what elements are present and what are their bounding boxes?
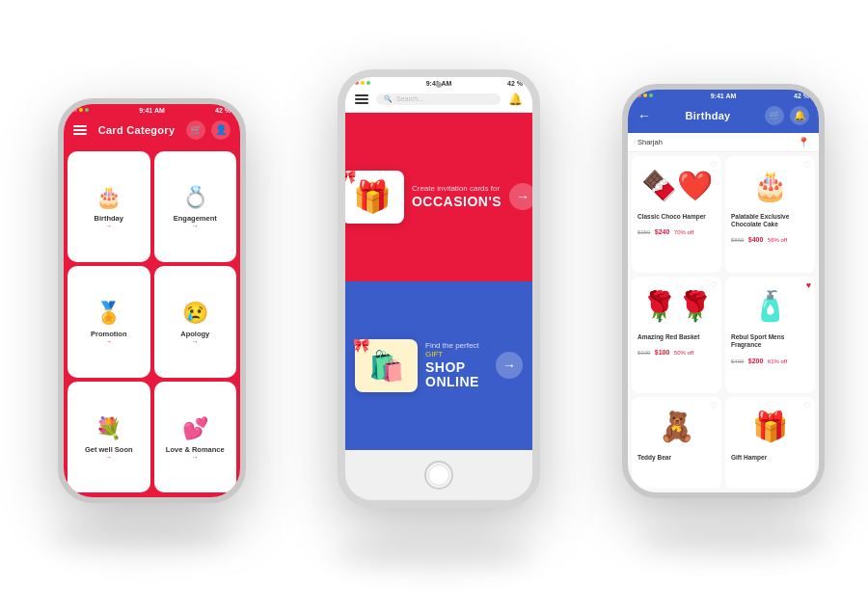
apology-arrow: → [192,338,199,345]
center-header: 🔍 Search... 🔔 [345,89,532,113]
occasion-arrow[interactable]: → [509,183,532,210]
fragrance-pricing: $400 $200 61% off [731,350,809,367]
choco-hamper-img: 🍫❤️ [637,162,716,210]
heart-choco-cake[interactable]: ♡ [803,160,811,170]
apology-icon: 😢 [182,301,208,326]
right-header-title: Birthday [685,110,730,121]
dot-y [361,81,365,85]
shadow-left [48,522,231,551]
dot-r2 [637,93,641,97]
heart-fragrance[interactable]: ♥ [806,280,811,290]
card-occasion[interactable]: 🎁 🎀 Create invitation cards for OCCASION… [345,113,532,281]
center-dots [355,81,370,85]
dot-yellow [79,108,83,112]
status-dots [73,108,89,112]
choco-cake-pricing: $860 $400 56% off [731,228,809,246]
category-get-well[interactable]: 💐 Get well Soon → [68,382,150,493]
heart-red-basket[interactable]: ♡ [710,280,718,290]
right-battery: 42 % [794,93,809,99]
choco-cake-original: $860 [731,237,744,243]
product-red-basket[interactable]: ♡ 🌹🌹 Amazing Red Basket $330 $100 50% of… [632,277,721,393]
heart-teddy[interactable]: ♡ [710,401,718,411]
category-birthday[interactable]: 🎂 Birthday → [68,151,150,263]
left-header-icons: 🛒 👤 [186,120,231,140]
product-hamper2[interactable]: ♡ 🎁 Gift Hamper [725,397,815,489]
menu-icon[interactable] [73,125,87,135]
occasion-subtitle: Create invitation cards for [412,184,502,193]
left-status-bar: 9:41 AM 42 % [64,104,240,116]
profile-icon[interactable]: 👤 [211,120,231,140]
back-button[interactable]: ← [637,108,651,123]
phone-right: 9:41 AM 42 % ← Birthday 🛒 🔔 Sharjah 📍 ♡ … [622,84,825,498]
shop-arrow[interactable]: → [496,352,523,379]
bell-icon[interactable]: 🔔 [508,93,523,106]
get-well-label: Get well Soon [85,445,133,454]
choco-cake-price: $400 [748,236,764,243]
choco-cake-discount: 56% off [768,237,787,243]
right-header-icons: 🛒 🔔 [765,106,809,125]
ribbon-icon: 🎀 [345,169,356,184]
red-basket-original: $330 [637,350,650,356]
search-icon: 🔍 [384,95,393,103]
fragrance-discount: 61% off [768,358,787,364]
promotion-label: Promotion [91,330,127,338]
heart-hamper2[interactable]: ♡ [803,401,811,411]
shop-text: Find the perfect GIFT SHOP ONLINE [425,341,488,390]
product-choco-cake[interactable]: ♡ 🎂 Palatable Exclusive Chocolate Cake $… [725,156,815,273]
love-label: Love & Romance [166,445,225,454]
center-body: 🎁 🎀 Create invitation cards for OCCASION… [345,113,532,450]
category-love[interactable]: 💕 Love & Romance → [154,382,237,493]
get-well-arrow: → [105,454,112,461]
right-cart-icon[interactable]: 🛒 [765,106,784,125]
right-status-bar: 9:41 AM 42 % [628,90,819,101]
card-shop[interactable]: 🛍️ 🎀 Find the perfect GIFT SHOP ONLINE → [345,281,532,450]
category-promotion[interactable]: 🏅 Promotion → [68,266,150,378]
heart-choco-hamper[interactable]: ♡ [710,160,718,170]
fragrance-price: $200 [748,358,764,364]
choco-cake-name: Palatable Exclusive Chocolate Cake [731,213,809,229]
right-time: 9:41 AM [711,93,737,99]
engagement-icon: 💍 [182,185,208,210]
shop-content: 🛍️ 🎀 Find the perfect GIFT SHOP ONLINE → [355,339,523,392]
shadow-center [333,537,535,570]
location-pin-icon: 📍 [798,137,809,147]
birthday-arrow: → [105,223,112,229]
search-bar[interactable]: 🔍 Search... [376,93,501,105]
left-battery: 42 % [215,107,231,114]
product-choco-hamper[interactable]: ♡ 🍫❤️ Classic Choco Hamper $350 $240 70%… [632,156,721,273]
occasion-content: 🎁 🎀 Create invitation cards for OCCASION… [345,171,532,224]
product-teddy[interactable]: ♡ 🧸 Teddy Bear [632,397,721,489]
notification-icon[interactable]: 🛒 [186,120,205,140]
shop-image: 🛍️ 🎀 [355,339,418,392]
get-well-icon: 💐 [95,416,122,441]
birthday-label: Birthday [95,214,123,223]
home-button-area [345,450,532,500]
left-category-grid: 🎂 Birthday → 💍 Engagement → 🏅 Promotion … [64,147,240,497]
camera [436,82,442,88]
right-subheader: Sharjah 📍 [628,133,819,152]
category-engagement[interactable]: 💍 Engagement → [154,151,237,263]
product-fragrance[interactable]: ♥ 🧴 Rebul Sport Mens Fragrance $400 $200… [725,277,815,393]
dot-r [355,81,359,85]
choco-hamper-discount: 70% off [674,229,693,235]
promotion-arrow: → [105,338,112,345]
choco-hamper-price: $240 [655,228,670,235]
choco-hamper-pricing: $350 $240 70% off [637,221,716,238]
love-icon: 💕 [182,416,208,441]
home-button[interactable] [424,461,453,490]
center-battery: 42 % [507,80,523,87]
right-dots [637,93,653,97]
occasion-text: Create invitation cards for OCCASION'S [412,184,502,209]
birthday-icon: 🎂 [95,185,122,210]
right-bell-icon[interactable]: 🔔 [790,106,809,125]
category-apology[interactable]: 😢 Apology → [154,266,237,378]
choco-cake-img: 🎂 [731,162,809,210]
dot-g2 [649,93,653,97]
fragrance-original: $400 [731,358,744,364]
occasion-title: OCCASION'S [412,195,502,209]
apology-label: Apology [180,330,209,338]
center-menu-icon[interactable] [355,94,368,104]
red-basket-discount: 50% off [674,350,693,356]
red-basket-pricing: $330 $100 50% off [637,341,716,358]
fragrance-name: Rebul Sport Mens Fragrance [731,333,809,350]
